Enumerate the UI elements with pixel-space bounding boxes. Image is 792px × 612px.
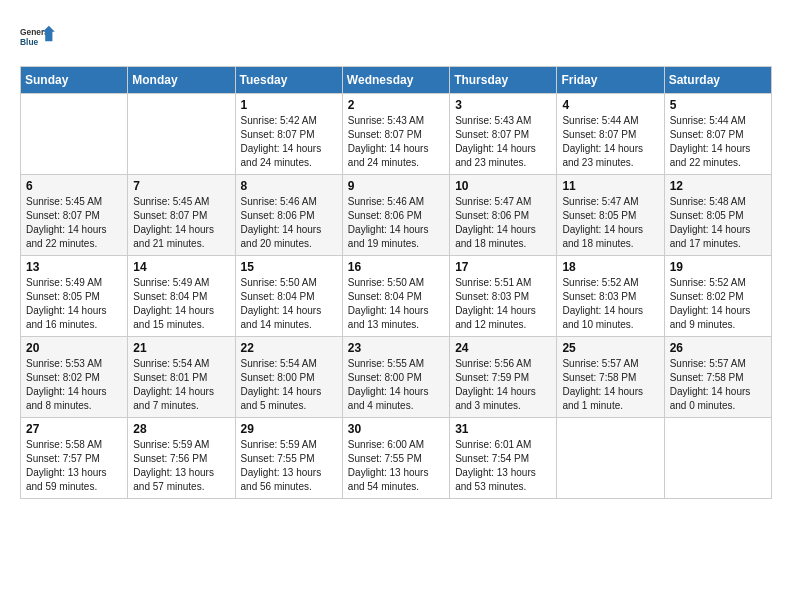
day-number: 9 xyxy=(348,179,444,193)
calendar-cell: 3Sunrise: 5:43 AM Sunset: 8:07 PM Daylig… xyxy=(450,94,557,175)
day-number: 7 xyxy=(133,179,229,193)
calendar-cell: 10Sunrise: 5:47 AM Sunset: 8:06 PM Dayli… xyxy=(450,175,557,256)
svg-text:Blue: Blue xyxy=(20,37,39,47)
day-info: Sunrise: 5:43 AM Sunset: 8:07 PM Dayligh… xyxy=(348,114,444,170)
day-info: Sunrise: 5:47 AM Sunset: 8:05 PM Dayligh… xyxy=(562,195,658,251)
day-info: Sunrise: 5:59 AM Sunset: 7:55 PM Dayligh… xyxy=(241,438,337,494)
page-header: GeneralBlue xyxy=(20,20,772,56)
calendar-cell: 5Sunrise: 5:44 AM Sunset: 8:07 PM Daylig… xyxy=(664,94,771,175)
day-number: 16 xyxy=(348,260,444,274)
day-number: 15 xyxy=(241,260,337,274)
day-info: Sunrise: 5:45 AM Sunset: 8:07 PM Dayligh… xyxy=(133,195,229,251)
calendar-cell: 31Sunrise: 6:01 AM Sunset: 7:54 PM Dayli… xyxy=(450,418,557,499)
calendar-cell: 17Sunrise: 5:51 AM Sunset: 8:03 PM Dayli… xyxy=(450,256,557,337)
day-info: Sunrise: 5:53 AM Sunset: 8:02 PM Dayligh… xyxy=(26,357,122,413)
day-info: Sunrise: 5:44 AM Sunset: 8:07 PM Dayligh… xyxy=(562,114,658,170)
day-number: 25 xyxy=(562,341,658,355)
calendar-cell: 14Sunrise: 5:49 AM Sunset: 8:04 PM Dayli… xyxy=(128,256,235,337)
day-number: 20 xyxy=(26,341,122,355)
day-info: Sunrise: 5:51 AM Sunset: 8:03 PM Dayligh… xyxy=(455,276,551,332)
day-number: 27 xyxy=(26,422,122,436)
calendar-cell: 13Sunrise: 5:49 AM Sunset: 8:05 PM Dayli… xyxy=(21,256,128,337)
day-info: Sunrise: 5:52 AM Sunset: 8:03 PM Dayligh… xyxy=(562,276,658,332)
logo: GeneralBlue xyxy=(20,20,56,56)
calendar-cell: 7Sunrise: 5:45 AM Sunset: 8:07 PM Daylig… xyxy=(128,175,235,256)
day-number: 22 xyxy=(241,341,337,355)
calendar-cell: 11Sunrise: 5:47 AM Sunset: 8:05 PM Dayli… xyxy=(557,175,664,256)
day-info: Sunrise: 5:44 AM Sunset: 8:07 PM Dayligh… xyxy=(670,114,766,170)
calendar-week-row: 1Sunrise: 5:42 AM Sunset: 8:07 PM Daylig… xyxy=(21,94,772,175)
day-info: Sunrise: 6:01 AM Sunset: 7:54 PM Dayligh… xyxy=(455,438,551,494)
day-number: 31 xyxy=(455,422,551,436)
day-number: 18 xyxy=(562,260,658,274)
calendar-cell xyxy=(664,418,771,499)
calendar-cell: 8Sunrise: 5:46 AM Sunset: 8:06 PM Daylig… xyxy=(235,175,342,256)
calendar-cell: 16Sunrise: 5:50 AM Sunset: 8:04 PM Dayli… xyxy=(342,256,449,337)
day-number: 2 xyxy=(348,98,444,112)
day-number: 3 xyxy=(455,98,551,112)
column-header-sunday: Sunday xyxy=(21,67,128,94)
day-info: Sunrise: 5:49 AM Sunset: 8:04 PM Dayligh… xyxy=(133,276,229,332)
day-info: Sunrise: 5:57 AM Sunset: 7:58 PM Dayligh… xyxy=(670,357,766,413)
day-info: Sunrise: 5:46 AM Sunset: 8:06 PM Dayligh… xyxy=(241,195,337,251)
day-number: 23 xyxy=(348,341,444,355)
calendar-cell xyxy=(128,94,235,175)
calendar-cell: 12Sunrise: 5:48 AM Sunset: 8:05 PM Dayli… xyxy=(664,175,771,256)
calendar-cell: 1Sunrise: 5:42 AM Sunset: 8:07 PM Daylig… xyxy=(235,94,342,175)
day-info: Sunrise: 5:56 AM Sunset: 7:59 PM Dayligh… xyxy=(455,357,551,413)
day-info: Sunrise: 5:54 AM Sunset: 8:00 PM Dayligh… xyxy=(241,357,337,413)
day-info: Sunrise: 5:50 AM Sunset: 8:04 PM Dayligh… xyxy=(348,276,444,332)
day-info: Sunrise: 5:57 AM Sunset: 7:58 PM Dayligh… xyxy=(562,357,658,413)
calendar-cell: 25Sunrise: 5:57 AM Sunset: 7:58 PM Dayli… xyxy=(557,337,664,418)
calendar-header-row: SundayMondayTuesdayWednesdayThursdayFrid… xyxy=(21,67,772,94)
calendar-week-row: 20Sunrise: 5:53 AM Sunset: 8:02 PM Dayli… xyxy=(21,337,772,418)
column-header-friday: Friday xyxy=(557,67,664,94)
calendar-cell: 26Sunrise: 5:57 AM Sunset: 7:58 PM Dayli… xyxy=(664,337,771,418)
calendar-cell: 29Sunrise: 5:59 AM Sunset: 7:55 PM Dayli… xyxy=(235,418,342,499)
day-number: 5 xyxy=(670,98,766,112)
calendar-cell: 15Sunrise: 5:50 AM Sunset: 8:04 PM Dayli… xyxy=(235,256,342,337)
day-number: 1 xyxy=(241,98,337,112)
day-number: 17 xyxy=(455,260,551,274)
day-number: 29 xyxy=(241,422,337,436)
calendar-cell: 23Sunrise: 5:55 AM Sunset: 8:00 PM Dayli… xyxy=(342,337,449,418)
day-number: 19 xyxy=(670,260,766,274)
calendar-cell: 20Sunrise: 5:53 AM Sunset: 8:02 PM Dayli… xyxy=(21,337,128,418)
day-info: Sunrise: 5:42 AM Sunset: 8:07 PM Dayligh… xyxy=(241,114,337,170)
day-number: 28 xyxy=(133,422,229,436)
day-info: Sunrise: 5:45 AM Sunset: 8:07 PM Dayligh… xyxy=(26,195,122,251)
day-info: Sunrise: 5:48 AM Sunset: 8:05 PM Dayligh… xyxy=(670,195,766,251)
calendar-cell: 27Sunrise: 5:58 AM Sunset: 7:57 PM Dayli… xyxy=(21,418,128,499)
calendar-cell: 9Sunrise: 5:46 AM Sunset: 8:06 PM Daylig… xyxy=(342,175,449,256)
day-number: 24 xyxy=(455,341,551,355)
day-info: Sunrise: 5:47 AM Sunset: 8:06 PM Dayligh… xyxy=(455,195,551,251)
calendar-cell: 21Sunrise: 5:54 AM Sunset: 8:01 PM Dayli… xyxy=(128,337,235,418)
logo-icon: GeneralBlue xyxy=(20,20,56,56)
day-info: Sunrise: 5:55 AM Sunset: 8:00 PM Dayligh… xyxy=(348,357,444,413)
day-number: 12 xyxy=(670,179,766,193)
calendar-cell: 4Sunrise: 5:44 AM Sunset: 8:07 PM Daylig… xyxy=(557,94,664,175)
day-info: Sunrise: 5:50 AM Sunset: 8:04 PM Dayligh… xyxy=(241,276,337,332)
calendar-cell: 19Sunrise: 5:52 AM Sunset: 8:02 PM Dayli… xyxy=(664,256,771,337)
day-number: 26 xyxy=(670,341,766,355)
day-number: 14 xyxy=(133,260,229,274)
calendar-week-row: 6Sunrise: 5:45 AM Sunset: 8:07 PM Daylig… xyxy=(21,175,772,256)
day-info: Sunrise: 5:58 AM Sunset: 7:57 PM Dayligh… xyxy=(26,438,122,494)
calendar-cell: 2Sunrise: 5:43 AM Sunset: 8:07 PM Daylig… xyxy=(342,94,449,175)
day-number: 11 xyxy=(562,179,658,193)
calendar-week-row: 13Sunrise: 5:49 AM Sunset: 8:05 PM Dayli… xyxy=(21,256,772,337)
day-info: Sunrise: 5:52 AM Sunset: 8:02 PM Dayligh… xyxy=(670,276,766,332)
column-header-saturday: Saturday xyxy=(664,67,771,94)
day-info: Sunrise: 5:59 AM Sunset: 7:56 PM Dayligh… xyxy=(133,438,229,494)
day-number: 6 xyxy=(26,179,122,193)
column-header-monday: Monday xyxy=(128,67,235,94)
calendar-cell xyxy=(21,94,128,175)
calendar-cell: 22Sunrise: 5:54 AM Sunset: 8:00 PM Dayli… xyxy=(235,337,342,418)
calendar-cell: 28Sunrise: 5:59 AM Sunset: 7:56 PM Dayli… xyxy=(128,418,235,499)
day-number: 8 xyxy=(241,179,337,193)
calendar-table: SundayMondayTuesdayWednesdayThursdayFrid… xyxy=(20,66,772,499)
calendar-cell: 30Sunrise: 6:00 AM Sunset: 7:55 PM Dayli… xyxy=(342,418,449,499)
column-header-tuesday: Tuesday xyxy=(235,67,342,94)
calendar-cell xyxy=(557,418,664,499)
calendar-cell: 24Sunrise: 5:56 AM Sunset: 7:59 PM Dayli… xyxy=(450,337,557,418)
